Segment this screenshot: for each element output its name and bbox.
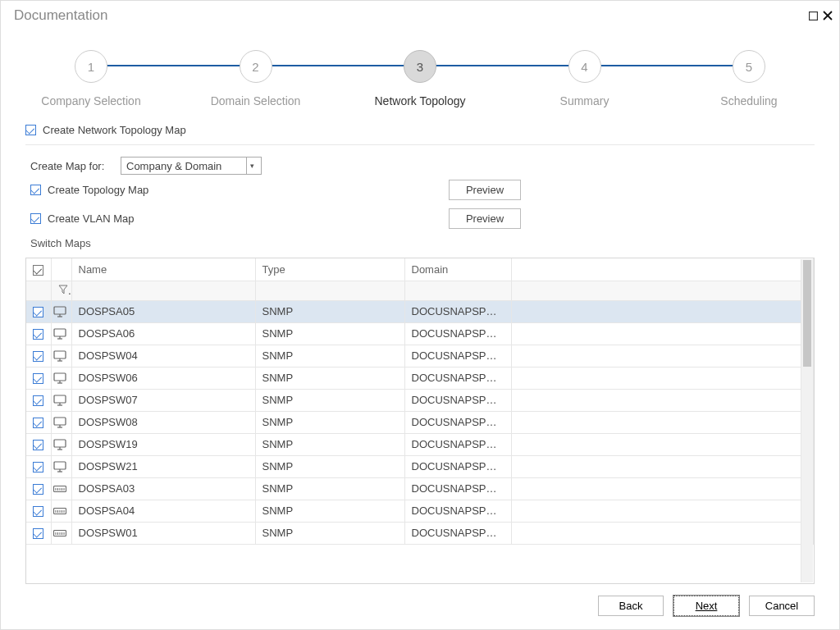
create-vlan-checkbox[interactable] — [30, 213, 41, 224]
svg-rect-9 — [54, 351, 66, 358]
cancel-button[interactable]: Cancel — [749, 596, 815, 616]
monitor-icon — [53, 328, 70, 340]
cell-type: SNMP — [255, 300, 404, 322]
table-row[interactable]: DOSPSA04SNMPDOCUSNAPSPOR... — [26, 500, 814, 522]
monitor-icon — [53, 350, 70, 362]
cell-domain: DOCUSNAPSPOR... — [404, 433, 511, 455]
cell-type: SNMP — [255, 345, 404, 367]
create-network-topology-checkbox[interactable] — [25, 125, 36, 135]
row-checkbox[interactable] — [33, 373, 43, 384]
table-row[interactable]: DOSPSW21SNMPDOCUSNAPSPOR... — [26, 455, 814, 477]
cell-domain: DOCUSNAPSPOR... — [404, 455, 511, 477]
cell-domain: DOCUSNAPSPOR... — [404, 322, 511, 345]
table-row[interactable]: DOSPSW04SNMPDOCUSNAPSPOR... — [26, 345, 814, 367]
back-button[interactable]: Back — [598, 596, 664, 616]
table-row[interactable]: DOSPSW19SNMPDOCUSNAPSPOR... — [26, 433, 814, 455]
create-topology-checkbox[interactable] — [30, 185, 41, 195]
monitor-icon — [53, 306, 70, 317]
create-vlan-label: Create VLAN Map — [48, 212, 135, 225]
cell-type: SNMP — [255, 322, 404, 345]
svg-rect-0 — [810, 11, 818, 20]
table-row[interactable]: DOSPSW08SNMPDOCUSNAPSPOR... — [26, 411, 814, 433]
maximize-icon[interactable] — [809, 11, 818, 21]
stepper-step: 3Network Topology — [354, 50, 486, 107]
cell-domain: DOCUSNAPSPOR... — [404, 389, 511, 411]
table-row[interactable]: DOSPSA05SNMPDOCUSNAPSPOR... — [26, 300, 814, 322]
scrollbar-thumb[interactable] — [803, 260, 811, 367]
filter-icon[interactable] — [58, 285, 68, 294]
cell-type: SNMP — [255, 455, 404, 477]
stepper-step: 4Summary — [519, 50, 651, 107]
table-row[interactable]: DOSPSW06SNMPDOCUSNAPSPOR... — [26, 367, 814, 389]
cell-domain: DOCUSNAPSPOR... — [404, 300, 511, 322]
close-icon[interactable] — [823, 11, 833, 21]
monitor-icon — [53, 417, 70, 428]
filter-domain-cell[interactable] — [404, 281, 511, 300]
cell-domain: DOCUSNAPSPOR... — [404, 411, 511, 433]
cell-name: DOSPSW01 — [71, 522, 255, 544]
grid-filter-row — [26, 281, 814, 300]
row-checkbox[interactable] — [33, 395, 43, 406]
create-map-for-value: Company & Domain — [126, 160, 221, 172]
monitor-icon — [53, 395, 70, 406]
row-checkbox[interactable] — [33, 329, 43, 340]
step-label: Network Topology — [374, 94, 465, 107]
svg-rect-12 — [54, 373, 66, 381]
cell-domain: DOCUSNAPSPOR... — [404, 345, 511, 367]
stepper-step: 2Domain Selection — [190, 50, 322, 107]
row-checkbox[interactable] — [33, 418, 43, 428]
row-checkbox[interactable] — [33, 484, 43, 495]
cell-type: SNMP — [255, 411, 404, 433]
monitor-icon — [53, 372, 70, 384]
cell-name: DOSPSW19 — [71, 433, 255, 455]
create-network-topology-checkbox-row: Create Network Topology Map — [25, 117, 815, 145]
svg-rect-18 — [54, 418, 66, 425]
grid-scrollbar[interactable] — [801, 259, 813, 582]
cell-name: DOSPSW04 — [71, 345, 255, 367]
switch-icon — [53, 529, 70, 537]
row-checkbox[interactable] — [33, 528, 43, 539]
table-row[interactable]: DOSPSW01SNMPDOCUSNAPSPOR... — [26, 522, 814, 544]
cell-name: DOSPSW06 — [71, 367, 255, 389]
select-all-checkbox[interactable] — [33, 265, 43, 276]
cell-type: SNMP — [255, 433, 404, 455]
cell-type: SNMP — [255, 477, 404, 500]
step-circle: 4 — [568, 50, 601, 83]
step-label: Domain Selection — [211, 94, 301, 107]
step-circle: 3 — [404, 50, 436, 83]
row-checkbox[interactable] — [33, 307, 43, 317]
preview-topology-button[interactable]: Preview — [449, 180, 521, 200]
row-checkbox[interactable] — [33, 440, 43, 450]
table-row[interactable]: DOSPSA06SNMPDOCUSNAPSPOR... — [26, 322, 814, 345]
col-header-type[interactable]: Type — [255, 258, 404, 281]
row-checkbox[interactable] — [33, 506, 43, 517]
filter-name-cell[interactable] — [71, 281, 255, 300]
next-button[interactable]: Next — [673, 596, 739, 616]
filter-type-cell[interactable] — [255, 281, 404, 300]
cell-type: SNMP — [255, 389, 404, 411]
step-circle: 5 — [733, 50, 765, 83]
step-circle: 2 — [240, 50, 272, 83]
stepper-step: 5Scheduling — [683, 50, 815, 107]
cell-domain: DOCUSNAPSPOR... — [404, 477, 511, 500]
row-checkbox[interactable] — [33, 351, 43, 362]
create-map-for-select[interactable]: Company & Domain ▾ — [121, 157, 262, 175]
table-row[interactable]: DOSPSW07SNMPDOCUSNAPSPOR... — [26, 389, 814, 411]
monitor-icon — [53, 461, 70, 472]
create-map-for-label: Create Map for: — [30, 160, 112, 172]
cell-type: SNMP — [255, 367, 404, 389]
wizard-stepper: 1Company Selection2Domain Selection3Netw… — [1, 25, 839, 117]
titlebar: Documentation — [1, 1, 839, 25]
svg-rect-6 — [54, 329, 66, 336]
preview-vlan-button[interactable]: Preview — [449, 208, 521, 229]
col-header-domain[interactable]: Domain — [404, 258, 511, 281]
table-row[interactable]: DOSPSA03SNMPDOCUSNAPSPOR... — [26, 477, 814, 500]
col-header-name[interactable]: Name — [71, 258, 255, 281]
step-label: Scheduling — [720, 94, 777, 107]
cell-name: DOSPSA05 — [71, 300, 255, 322]
cell-name: DOSPSW21 — [71, 455, 255, 477]
create-topology-label: Create Topology Map — [48, 184, 148, 196]
cell-type: SNMP — [255, 500, 404, 522]
row-checkbox[interactable] — [33, 462, 43, 472]
step-label: Company Selection — [41, 94, 140, 107]
